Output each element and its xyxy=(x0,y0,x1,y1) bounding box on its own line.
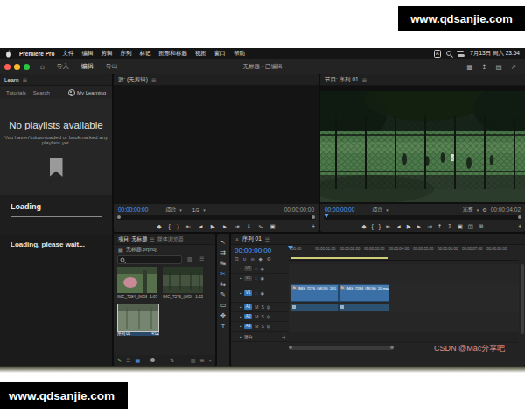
new-bin-icon[interactable]: ▥ xyxy=(191,357,196,363)
panel-menu-icon[interactable]: ☰ xyxy=(151,77,156,83)
zoom-handle-right[interactable] xyxy=(390,346,394,349)
comparison-view-icon[interactable]: ◫ xyxy=(468,223,473,230)
add-marker-icon[interactable]: ◆ xyxy=(259,256,262,262)
my-learning-button[interactable]: My Learning xyxy=(77,90,106,95)
mark-out-icon[interactable]: } xyxy=(379,223,381,230)
project-breadcrumb[interactable]: 无标题.prproj xyxy=(126,246,157,254)
track-header-master[interactable]: ▪ 混合 ⊣ xyxy=(231,332,289,342)
rectangle-tool[interactable]: ▭ xyxy=(220,302,227,309)
hand-tool[interactable]: ✥ xyxy=(220,312,226,319)
timeline-ruler[interactable]: :00:00 00:00:01:00 00:00:02:00 00:00:03:… xyxy=(289,246,519,261)
panel-menu-icon[interactable]: ☰ xyxy=(362,77,367,83)
source-current-timecode[interactable]: 00:00:00:00 xyxy=(118,206,148,213)
project-item-thumbnail-selected[interactable] xyxy=(117,304,159,332)
close-window-button[interactable] xyxy=(4,64,10,70)
menu-window[interactable]: 窗口 xyxy=(214,50,226,58)
scrubber-handle[interactable] xyxy=(312,215,315,219)
source-video-area[interactable] xyxy=(114,86,318,204)
sync-lock-icon[interactable]: ∷ xyxy=(255,276,257,281)
sort-icon[interactable]: ⇅ xyxy=(170,357,174,363)
overwrite-icon[interactable]: ⇘ xyxy=(258,223,262,230)
quick-export-icon[interactable]: ↥ xyxy=(481,63,486,71)
panel-menu-icon[interactable]: ☰ xyxy=(23,77,27,83)
track-target-a3[interactable]: A3 xyxy=(244,324,253,329)
new-item-icon[interactable]: ⊞ xyxy=(200,357,204,363)
add-button-icon[interactable]: + xyxy=(312,223,315,229)
add-marker-icon[interactable]: ◆ xyxy=(362,223,367,230)
track-target-a2[interactable]: A2 xyxy=(244,314,253,319)
extract-icon[interactable]: ↧ xyxy=(447,223,452,230)
sync-lock-icon[interactable]: ∷ xyxy=(255,266,257,271)
timeline-settings-icon[interactable]: ⚙ xyxy=(267,256,271,262)
item-name[interactable]: IMG_7284_(MOS... xyxy=(117,295,147,299)
lock-icon[interactable]: ▪ xyxy=(240,314,242,319)
linked-selection-icon[interactable]: ∞ xyxy=(251,256,255,262)
timeline-timecode[interactable]: 00:00:00:00 xyxy=(234,247,271,255)
play-icon[interactable]: ▶ xyxy=(211,223,215,230)
search-settings-icon[interactable]: ☰ xyxy=(200,256,204,262)
project-search-input[interactable] xyxy=(117,256,182,264)
thumbnail-zoom-slider[interactable] xyxy=(144,360,165,360)
track-header-a1[interactable]: ▪ A1 M S ψ xyxy=(231,303,289,312)
fullscreen-icon[interactable]: ↗ xyxy=(511,63,516,71)
menu-file[interactable]: 文件 xyxy=(62,50,74,58)
program-monitor-tab[interactable]: 节目: 序列 01 xyxy=(325,76,359,84)
razor-tool[interactable]: ✂ xyxy=(220,270,226,277)
source-zoom-select[interactable]: 适合 xyxy=(165,206,176,214)
zoom-window-button[interactable] xyxy=(24,64,30,70)
input-source-icon[interactable]: A xyxy=(434,50,442,58)
go-to-out-icon[interactable]: ⇥ xyxy=(234,223,239,230)
mute-button[interactable]: M xyxy=(255,304,258,310)
mark-in-icon[interactable]: { xyxy=(372,223,374,230)
lock-icon[interactable]: ▪ xyxy=(240,266,242,271)
timeline-clip-audio[interactable] xyxy=(290,304,339,312)
menu-app-name[interactable]: Premiere Pro xyxy=(19,51,54,57)
lock-icon[interactable]: ▪ xyxy=(240,276,242,281)
multicam-icon[interactable]: ⊞ xyxy=(479,223,483,230)
item-name[interactable]: IMG_7276_(MOS... xyxy=(163,295,192,299)
go-to-out-icon[interactable]: ⇥ xyxy=(427,223,431,230)
step-forward-icon[interactable]: ► xyxy=(222,223,228,230)
scrubber-handle[interactable] xyxy=(117,215,121,219)
track-target-v3[interactable]: V3 xyxy=(244,266,253,271)
program-current-timecode[interactable]: 00:00:00:00 xyxy=(325,206,354,213)
track-header-a2[interactable]: ▪ A2 M S ψ xyxy=(231,312,289,322)
extra-tools-icon[interactable]: ▤ xyxy=(496,63,502,71)
learn-tab[interactable]: Learn xyxy=(4,77,19,83)
menu-help[interactable]: 帮助 xyxy=(234,50,245,58)
pen-tool[interactable]: ✎ xyxy=(220,291,226,298)
minimize-window-button[interactable] xyxy=(14,64,20,70)
track-header-v1[interactable]: ▪ V1 ∷ ◉ xyxy=(231,284,289,303)
ripple-edit-tool[interactable]: ↹ xyxy=(220,260,226,267)
program-scrubber[interactable] xyxy=(324,215,522,220)
lift-icon[interactable]: ↥ xyxy=(438,223,442,230)
solo-button[interactable]: S xyxy=(261,324,263,329)
control-center-icon[interactable] xyxy=(457,51,465,57)
project-item-thumbnail[interactable] xyxy=(117,267,158,293)
step-back-icon[interactable]: ◄ xyxy=(396,223,401,230)
lock-icon[interactable]: ▪ xyxy=(240,304,242,310)
track-lane-master[interactable] xyxy=(289,332,519,343)
settings-wrench-icon[interactable]: ⚙ xyxy=(482,206,486,213)
menu-view[interactable]: 视图 xyxy=(195,50,206,58)
timeline-tab[interactable]: 序列 01 xyxy=(242,235,262,243)
sync-lock-icon[interactable]: ∷ xyxy=(255,290,257,296)
add-button-icon[interactable]: + xyxy=(518,223,522,229)
menu-clip[interactable]: 剪辑 xyxy=(101,50,112,58)
eye-icon[interactable]: ◉ xyxy=(260,266,263,271)
zoom-handle-left[interactable] xyxy=(289,346,292,349)
eye-icon[interactable]: ◉ xyxy=(260,276,263,281)
track-select-tool[interactable]: ⇉ xyxy=(220,249,226,256)
scrubber-handle[interactable] xyxy=(518,215,522,219)
go-to-in-icon[interactable]: ⇤ xyxy=(386,223,390,230)
menu-edit[interactable]: 编辑 xyxy=(81,50,93,58)
export-frame-icon[interactable]: ▣ xyxy=(270,223,275,230)
export-frame-icon[interactable]: ▣ xyxy=(458,223,463,230)
learn-search-tab[interactable]: Search xyxy=(33,90,50,95)
slip-tool[interactable]: ⇆ xyxy=(220,281,226,288)
lock-icon[interactable]: ▪ xyxy=(240,324,242,329)
learn-tutorials-tab[interactable]: Tutorials xyxy=(6,90,26,95)
go-to-in-icon[interactable]: ⇤ xyxy=(186,223,191,230)
menu-sequence[interactable]: 序列 xyxy=(120,50,131,58)
play-icon[interactable]: ▶ xyxy=(407,223,411,230)
